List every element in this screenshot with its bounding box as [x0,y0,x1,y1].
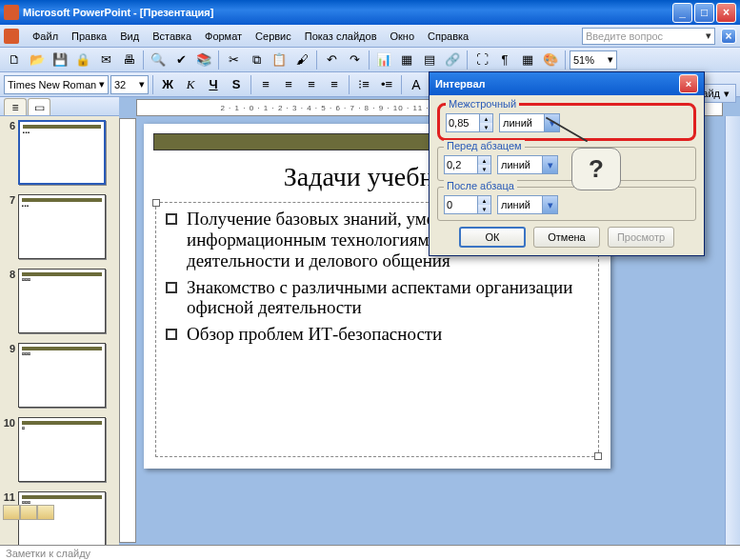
slide-thumbnail[interactable]: 🖼🖼🖼 [18,343,106,408]
chevron-down-icon[interactable]: ▾ [542,196,557,213]
align-right-icon[interactable]: ≡ [301,74,322,95]
cancel-button[interactable]: Отмена [533,227,600,248]
menu-window[interactable]: Окно [385,29,421,44]
bold-button[interactable]: Ж [157,74,178,95]
zoom-combo[interactable]: 51%▾ [570,50,617,70]
vertical-ruler[interactable] [119,118,136,543]
numbering-icon[interactable]: ⁝≡ [353,74,374,95]
line-spacing-unit-combo[interactable]: линий▾ [499,113,560,132]
close-button[interactable]: × [716,3,736,23]
slide-thumbnail[interactable]: ■ ■ ■ [18,120,106,185]
notes-pane[interactable]: Заметки к слайду [0,545,740,560]
increase-font-icon[interactable]: A [406,74,427,95]
spinner-down-icon[interactable]: ▼ [479,123,492,131]
menu-service[interactable]: Сервис [250,29,297,44]
normal-view-button[interactable] [3,505,20,520]
undo-icon[interactable]: ↶ [321,50,342,70]
before-spacing-unit-combo[interactable]: линий▾ [497,155,558,174]
line-spacing-dialog: Интервал × Межстрочный ▲▼ линий▾ Перед а… [429,71,705,256]
thumbnail-item[interactable]: 6■ ■ ■ [2,120,117,185]
after-spacing-spinner[interactable]: ▲▼ [444,195,491,214]
research-icon[interactable]: 📚 [193,50,214,70]
show-formatting-icon[interactable]: ¶ [494,50,515,70]
color-icon[interactable]: 🎨 [540,50,561,70]
expand-icon[interactable]: ⛶ [471,50,492,70]
redo-icon[interactable]: ↷ [344,50,365,70]
thumbnail-item[interactable]: 8🖼🖼🖼 [2,269,117,333]
menu-view[interactable]: Вид [114,29,145,44]
chart-icon[interactable]: 📊 [373,50,394,70]
spinner-down-icon[interactable]: ▼ [477,165,490,173]
copy-icon[interactable]: ⧉ [246,50,267,70]
underline-button[interactable]: Ч [203,74,224,95]
table-icon[interactable]: ▦ [396,50,417,70]
maximize-button[interactable]: □ [694,3,714,23]
menu-file[interactable]: Файл [27,29,64,44]
before-spacing-spinner[interactable]: ▲▼ [444,155,491,174]
tables-borders-icon[interactable]: ▤ [419,50,440,70]
spinner-up-icon[interactable]: ▲ [479,114,492,123]
bullets-icon[interactable]: •≡ [376,74,397,95]
align-center-icon[interactable]: ≡ [278,74,299,95]
vertical-scrollbar[interactable] [725,116,740,545]
print-preview-icon[interactable]: 🔍 [148,50,169,70]
slide-thumbnail[interactable]: ■ ■ ■ [18,194,106,259]
open-icon[interactable]: 📂 [27,50,48,70]
spinner-down-icon[interactable]: ▼ [477,205,490,213]
tab-outline[interactable]: ≡ [4,98,27,115]
dialog-title-bar[interactable]: Интервал × [430,72,704,95]
print-icon[interactable]: 🖶 [118,50,139,70]
spellcheck-icon[interactable]: ✔ [170,50,191,70]
slide-thumbnail[interactable]: 🖼 [18,417,106,482]
group-label: Межстрочный [446,98,519,110]
thumbnail-item[interactable]: 9🖼🖼🖼 [2,343,117,408]
email-icon[interactable]: ✉ [95,50,116,70]
paste-icon[interactable]: 📋 [269,50,290,70]
spinner-up-icon[interactable]: ▲ [477,196,490,205]
italic-button[interactable]: К [180,74,201,95]
menu-insert[interactable]: Вставка [147,29,197,44]
tab-slides[interactable]: ▭ [28,98,50,115]
chevron-down-icon[interactable]: ▾ [542,156,557,173]
line-spacing-spinner[interactable]: ▲▼ [446,113,493,132]
ok-button[interactable]: ОК [459,227,526,248]
thumbnail-item[interactable]: 10🖼 [2,417,117,482]
after-spacing-unit-combo[interactable]: линий▾ [497,195,558,214]
shadow-button[interactable]: S [226,74,247,95]
dialog-close-button[interactable]: × [679,74,698,93]
menu-slideshow[interactable]: Показ слайдов [299,29,383,44]
permissions-icon[interactable]: 🔒 [72,50,93,70]
group-label: После абзаца [444,180,517,191]
new-icon[interactable]: 🗋 [4,50,25,70]
align-justify-icon[interactable]: ≡ [324,74,345,95]
help-search-box[interactable]: Введите вопрос▾ [582,28,715,45]
after-spacing-value[interactable] [445,196,477,213]
sorter-view-button[interactable] [20,505,37,520]
bullet-text[interactable]: Знакомство с различными аспектами органи… [187,277,589,319]
cut-icon[interactable]: ✂ [223,50,244,70]
save-icon[interactable]: 💾 [50,50,70,70]
grid-icon[interactable]: ▦ [517,50,538,70]
doc-close-button[interactable]: × [721,29,736,44]
slideshow-view-button[interactable] [37,505,54,520]
align-left-icon[interactable]: ≡ [255,74,276,95]
slide-thumbnail[interactable]: 🖼🖼🖼 [18,269,106,333]
hyperlink-icon[interactable]: 🔗 [442,50,463,70]
menu-help[interactable]: Справка [422,29,474,44]
menu-format[interactable]: Формат [199,29,248,44]
font-name-combo[interactable]: Times New Roman▾ [4,75,109,94]
spinner-up-icon[interactable]: ▲ [477,156,490,165]
preview-button[interactable]: Просмотр [608,227,674,248]
line-spacing-value[interactable] [447,114,479,131]
thumbnail-item[interactable]: 7■ ■ ■ [2,194,117,259]
minimize-button[interactable]: _ [672,3,692,23]
format-painter-icon[interactable]: 🖌 [291,50,312,70]
help-callout: ? [571,148,621,190]
bullet-icon [166,329,177,340]
before-spacing-value[interactable] [445,156,477,173]
menu-edit[interactable]: Правка [66,29,112,44]
thumbnail-list[interactable]: 6■ ■ ■ 7■ ■ ■ 8🖼🖼🖼 9🖼🖼🖼 10🖼 11🖼🖼🖼 12 [0,116,119,545]
font-size-combo[interactable]: 32▾ [110,75,149,94]
chevron-down-icon[interactable]: ▾ [706,30,711,42]
bullet-text[interactable]: Обзор проблем ИТ-безопасности [187,324,442,345]
